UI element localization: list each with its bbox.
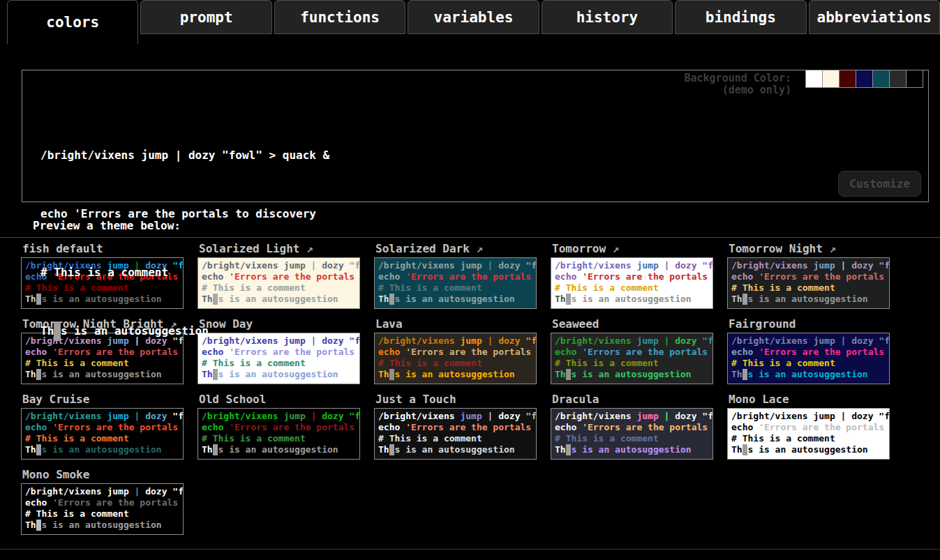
comment-segment: # This is a comment <box>555 358 659 368</box>
external-link-icon[interactable]: ↗ <box>470 242 483 255</box>
theme-card-just-a-touch[interactable]: Just a Touch/bright/vixens jump | dozy "… <box>374 393 537 460</box>
theme-preview-old-school[interactable]: /bright/vixens jump | dozy "fowl" > quac… <box>197 408 360 460</box>
theme-title: Tomorrow ↗ <box>551 242 713 257</box>
theme-title: Seaweed <box>551 317 713 333</box>
autosuggestion-text: s is an autosuggestion <box>571 294 691 304</box>
theme-preview-mono-smoke[interactable]: /bright/vixens jump | dozy "fowl" > quac… <box>21 483 184 535</box>
terminal-preview: /bright/vixens jump | dozy "fowl" > quac… <box>40 107 329 380</box>
param-segment: dozy <box>322 411 343 421</box>
tab-history[interactable]: history <box>542 0 673 34</box>
tab-prompt[interactable]: prompt <box>140 0 271 34</box>
theme-preview-mono-lace[interactable]: /bright/vixens jump | dozy "fowl" > quac… <box>727 408 890 460</box>
typed-text: Th <box>731 369 743 379</box>
theme-line-string: echo 'Errors are the portals to discover… <box>378 271 532 282</box>
theme-preview-just-a-touch[interactable]: /bright/vixens jump | dozy "fowl" > quac… <box>374 408 537 460</box>
path-segment: /bright/vixens <box>25 486 102 497</box>
theme-line-string: echo 'Errors are the portals to discover… <box>25 497 179 508</box>
command-segment: echo <box>25 497 47 508</box>
bg-swatch-charcoal[interactable] <box>889 70 907 88</box>
space <box>400 422 405 432</box>
theme-line-autosuggestion: Th s is an autosuggestion <box>731 369 886 380</box>
bg-swatch-cream[interactable] <box>822 70 840 88</box>
quote-segment: "fowl" <box>702 411 713 421</box>
theme-card-mono-lace[interactable]: Mono Lace/bright/vixens jump | dozy "fow… <box>727 393 890 460</box>
tab-variables[interactable]: variables <box>408 0 539 34</box>
theme-name: Solarized Dark <box>375 242 470 255</box>
external-link-icon[interactable]: ↗ <box>606 242 619 255</box>
theme-line-command: /bright/vixens jump | dozy "fowl" > quac… <box>731 260 886 271</box>
string-segment: 'Errors are the portals to discovery <box>52 497 184 508</box>
comment-segment: # This is a comment <box>25 508 129 519</box>
bg-swatch-row <box>806 70 923 88</box>
quote-segment: "fowl" <box>702 335 713 346</box>
quote-segment: "fowl" <box>525 260 537 271</box>
typed-text: Th <box>25 294 36 304</box>
string-segment: 'Errors are the portals to discovery <box>582 347 713 357</box>
color-preview-panel: Background Color: (demo only) /bright/vi… <box>22 70 929 202</box>
background-color-label: Background Color: (demo only) <box>684 73 791 96</box>
command-segment: jump <box>460 335 482 346</box>
customize-button[interactable]: Customize <box>838 171 921 197</box>
space <box>306 411 311 421</box>
theme-card-solarized-dark[interactable]: Solarized Dark ↗/bright/vixens jump | do… <box>374 242 537 309</box>
path-segment: /bright/vixens <box>378 260 455 271</box>
theme-line-autosuggestion: Th s is an autosuggestion <box>378 294 532 305</box>
tab-bindings[interactable]: bindings <box>675 0 806 34</box>
command-segment: jump <box>460 260 482 271</box>
space <box>835 260 841 271</box>
param-segment: dozy <box>675 335 696 346</box>
command-segment: jump <box>813 411 835 421</box>
theme-line-comment: # This is a comment <box>731 358 886 369</box>
theme-line-command: /bright/vixens jump | dozy "fowl" > quac… <box>555 335 709 347</box>
bg-swatch-navy[interactable] <box>856 70 873 88</box>
theme-preview-lava[interactable]: /bright/vixens jump | dozy "fowl" > quac… <box>374 333 537 384</box>
comment-segment: # This is a comment <box>378 282 482 293</box>
bg-swatch-teal[interactable] <box>872 70 890 88</box>
bg-swatch-black[interactable] <box>906 70 923 88</box>
comment-segment: # This is a comment <box>731 282 835 293</box>
theme-card-seaweed[interactable]: Seaweed/bright/vixens jump | dozy "fowl"… <box>551 317 713 384</box>
theme-line-autosuggestion: Th s is an autosuggestion <box>378 444 532 455</box>
theme-line-comment: # This is a comment <box>378 358 532 369</box>
theme-preview-dracula[interactable]: /bright/vixens jump | dozy "fowl" > quac… <box>551 408 713 460</box>
path-segment: /bright/vixens <box>555 335 632 346</box>
theme-card-mono-smoke[interactable]: Mono Smoke/bright/vixens jump | dozy "fo… <box>21 468 184 535</box>
theme-card-lava[interactable]: Lava/bright/vixens jump | dozy "fowl" > … <box>374 317 537 384</box>
autosuggestion-text: s is an autosuggestion <box>41 520 161 530</box>
comment-segment: # This is a comment <box>378 358 482 368</box>
theme-line-string: echo 'Errors are the portals to discover… <box>731 347 886 358</box>
command-segment: echo <box>731 422 753 432</box>
param-segment: dozy <box>498 260 520 271</box>
bg-swatch-white[interactable] <box>805 70 823 88</box>
theme-line-comment: # This is a comment <box>25 433 179 444</box>
command-segment: echo <box>555 422 576 432</box>
theme-preview-bay-cruise[interactable]: /bright/vixens jump | dozy "fowl" > quac… <box>21 408 184 460</box>
theme-card-old-school[interactable]: Old School/bright/vixens jump | dozy "fo… <box>197 393 360 460</box>
theme-preview-solarized-dark[interactable]: /bright/vixens jump | dozy "fowl" > quac… <box>374 257 537 309</box>
theme-preview-fairground[interactable]: /bright/vixens jump | dozy "fowl" > quac… <box>727 333 890 384</box>
theme-card-tomorrow-night[interactable]: Tomorrow Night ↗/bright/vixens jump | do… <box>727 242 890 309</box>
external-link-icon[interactable]: ↗ <box>823 242 836 255</box>
theme-preview-tomorrow-night[interactable]: /bright/vixens jump | dozy "fowl" > quac… <box>727 257 890 309</box>
theme-card-tomorrow[interactable]: Tomorrow ↗/bright/vixens jump | dozy "fo… <box>551 242 713 309</box>
path-segment: /bright/vixens <box>378 411 455 421</box>
theme-card-dracula[interactable]: Dracula/bright/vixens jump | dozy "fowl"… <box>551 393 713 460</box>
command-segment: jump <box>813 335 835 346</box>
theme-card-bay-cruise[interactable]: Bay Cruise/bright/vixens jump | dozy "fo… <box>21 393 184 460</box>
theme-title: Fairground <box>727 317 890 333</box>
theme-line-string: echo 'Errors are the portals to discover… <box>731 271 886 282</box>
theme-card-fairground[interactable]: Fairground/bright/vixens jump | dozy "fo… <box>727 317 890 384</box>
bg-swatch-maroon[interactable] <box>839 70 856 88</box>
theme-preview-seaweed[interactable]: /bright/vixens jump | dozy "fowl" > quac… <box>551 333 713 384</box>
tab-functions[interactable]: functions <box>274 0 405 34</box>
theme-line-autosuggestion: Th s is an autosuggestion <box>25 520 179 531</box>
theme-name: Old School <box>199 393 266 406</box>
tab-abbreviations[interactable]: abbreviations <box>809 0 940 34</box>
theme-name: Dracula <box>552 393 599 406</box>
command-segment: jump <box>283 411 305 421</box>
tab-colors[interactable]: colors <box>7 0 138 44</box>
theme-line-autosuggestion: Th s is an autosuggestion <box>731 294 886 305</box>
theme-title: Solarized Dark ↗ <box>374 242 537 257</box>
theme-line-command: /bright/vixens jump | dozy "fowl" > quac… <box>378 411 532 422</box>
theme-preview-tomorrow[interactable]: /bright/vixens jump | dozy "fowl" > quac… <box>551 257 713 309</box>
